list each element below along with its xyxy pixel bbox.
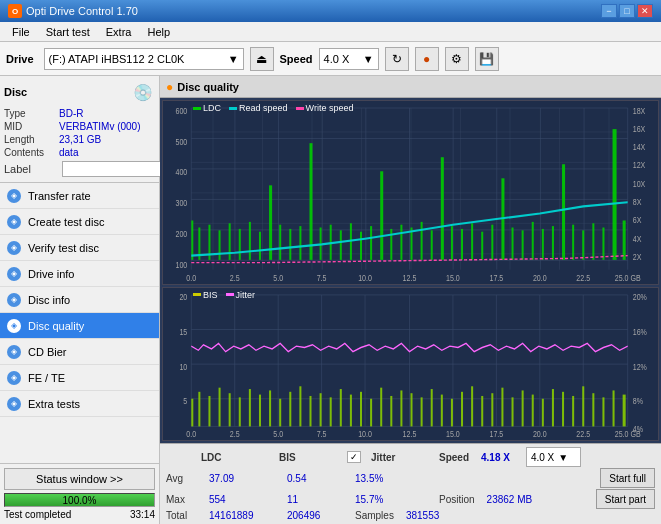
svg-rect-145 <box>582 386 584 426</box>
jitter-checkbox[interactable]: ✓ <box>347 451 361 463</box>
max-jitter: 15.7% <box>355 494 431 505</box>
status-window-button[interactable]: Status window >> <box>4 468 155 490</box>
svg-rect-19 <box>191 220 193 259</box>
svg-rect-31 <box>309 143 312 260</box>
sidebar-item-label-disc-info: Disc info <box>28 294 70 306</box>
svg-rect-127 <box>400 390 402 426</box>
svg-rect-107 <box>198 392 200 427</box>
start-part-button[interactable]: Start part <box>596 489 655 509</box>
action-buttons: Start full <box>600 468 655 488</box>
sidebar-item-fe-te[interactable]: ◈ FE / TE <box>0 365 159 391</box>
svg-rect-46 <box>461 229 463 260</box>
refresh-button[interactable]: ↻ <box>385 47 409 71</box>
svg-rect-51 <box>512 228 514 260</box>
close-button[interactable]: ✕ <box>637 4 653 18</box>
avg-jitter: 13.5% <box>355 473 431 484</box>
menu-extra[interactable]: Extra <box>98 24 140 40</box>
legend-jitter: Jitter <box>226 290 256 300</box>
svg-rect-58 <box>582 230 584 260</box>
disc-contents-value: data <box>59 147 78 158</box>
svg-rect-120 <box>330 397 332 426</box>
stats-area: LDC BIS ✓ Jitter Speed 4.18 X 4.0 X ▼ Av… <box>160 443 661 524</box>
minimize-button[interactable]: − <box>601 4 617 18</box>
svg-rect-49 <box>491 225 493 260</box>
sidebar-item-drive-info[interactable]: ◈ Drive info <box>0 261 159 287</box>
create-test-disc-icon: ◈ <box>6 214 22 230</box>
svg-text:8X: 8X <box>633 196 642 207</box>
sidebar-item-label-drive-info: Drive info <box>28 268 74 280</box>
menu-start-test[interactable]: Start test <box>38 24 98 40</box>
menu-file[interactable]: File <box>4 24 38 40</box>
svg-rect-139 <box>522 390 524 426</box>
svg-rect-121 <box>340 389 342 426</box>
svg-rect-56 <box>562 164 565 260</box>
svg-text:12.5: 12.5 <box>403 428 417 439</box>
eject-button[interactable]: ⏏ <box>250 47 274 71</box>
svg-text:200: 200 <box>175 228 187 239</box>
svg-text:2X: 2X <box>633 251 642 262</box>
svg-text:400: 400 <box>175 166 187 177</box>
disc-quality-icon: ◈ <box>6 318 22 334</box>
svg-text:12X: 12X <box>633 159 646 170</box>
svg-rect-123 <box>360 392 362 427</box>
start-full-button[interactable]: Start full <box>600 468 655 488</box>
disc-contents-label: Contents <box>4 147 59 158</box>
drive-selector[interactable]: (F:) ATAPI iHBS112 2 CL0K ▼ <box>44 48 244 70</box>
menu-help[interactable]: Help <box>139 24 178 40</box>
svg-rect-22 <box>219 230 221 260</box>
svg-text:500: 500 <box>175 135 187 146</box>
svg-rect-129 <box>421 397 423 426</box>
svg-rect-137 <box>501 387 503 426</box>
save-button[interactable]: 💾 <box>475 47 499 71</box>
svg-text:15.0: 15.0 <box>446 428 460 439</box>
sidebar-item-create-test-disc[interactable]: ◈ Create test disc <box>0 209 159 235</box>
svg-text:10X: 10X <box>633 178 646 189</box>
speed-selector[interactable]: 4.0 X ▼ <box>319 48 379 70</box>
settings-button[interactable]: ⚙ <box>445 47 469 71</box>
total-label: Total <box>166 510 201 521</box>
svg-rect-133 <box>461 392 463 427</box>
svg-text:16%: 16% <box>633 326 648 337</box>
sidebar-item-disc-quality[interactable]: ◈ Disc quality <box>0 313 159 339</box>
sidebar-item-label-cd-bier: CD Bier <box>28 346 67 358</box>
svg-rect-117 <box>299 386 301 426</box>
chart-ldc-legend: LDC Read speed Write speed <box>193 103 353 113</box>
svg-rect-26 <box>259 232 261 260</box>
svg-rect-38 <box>380 171 383 260</box>
position-label: Position <box>439 494 475 505</box>
svg-rect-25 <box>249 222 251 260</box>
svg-rect-37 <box>370 226 372 260</box>
max-label: Max <box>166 494 201 505</box>
svg-rect-131 <box>441 394 443 426</box>
sidebar-item-verify-test-disc[interactable]: ◈ Verify test disc <box>0 235 159 261</box>
legend-bis-dot <box>193 293 201 296</box>
burn-button[interactable]: ● <box>415 47 439 71</box>
window-controls: − □ ✕ <box>601 4 653 18</box>
svg-text:25.0 GB: 25.0 GB <box>615 428 641 439</box>
toolbar: Drive (F:) ATAPI iHBS112 2 CL0K ▼ ⏏ Spee… <box>0 42 661 76</box>
svg-rect-124 <box>370 398 372 426</box>
svg-text:22.5: 22.5 <box>576 428 590 439</box>
svg-rect-47 <box>471 223 473 260</box>
svg-rect-109 <box>219 387 221 426</box>
legend-write-speed-dot <box>296 107 304 110</box>
sidebar-item-transfer-rate[interactable]: ◈ Transfer rate <box>0 183 159 209</box>
svg-rect-45 <box>451 226 453 260</box>
svg-text:15: 15 <box>179 326 187 337</box>
svg-rect-112 <box>249 389 251 426</box>
speed-dropdown[interactable]: 4.0 X ▼ <box>526 447 581 467</box>
maximize-button[interactable]: □ <box>619 4 635 18</box>
svg-rect-48 <box>481 232 483 260</box>
sidebar-item-disc-info[interactable]: ◈ Disc info <box>0 287 159 313</box>
menu-bar: File Start test Extra Help <box>0 22 661 42</box>
total-ldc: 14161889 <box>209 510 279 521</box>
disc-info-icon: ◈ <box>6 292 22 308</box>
svg-rect-113 <box>259 394 261 426</box>
sidebar-item-extra-tests[interactable]: ◈ Extra tests <box>0 391 159 417</box>
main-area: Disc 💿 Type BD-R MID VERBATIMv (000) Len… <box>0 76 661 524</box>
samples-label: Samples <box>355 510 394 521</box>
sidebar-item-cd-bier[interactable]: ◈ CD Bier <box>0 339 159 365</box>
drive-label: Drive <box>6 53 34 65</box>
svg-rect-59 <box>592 223 594 260</box>
col-header-ldc: LDC <box>201 452 271 463</box>
